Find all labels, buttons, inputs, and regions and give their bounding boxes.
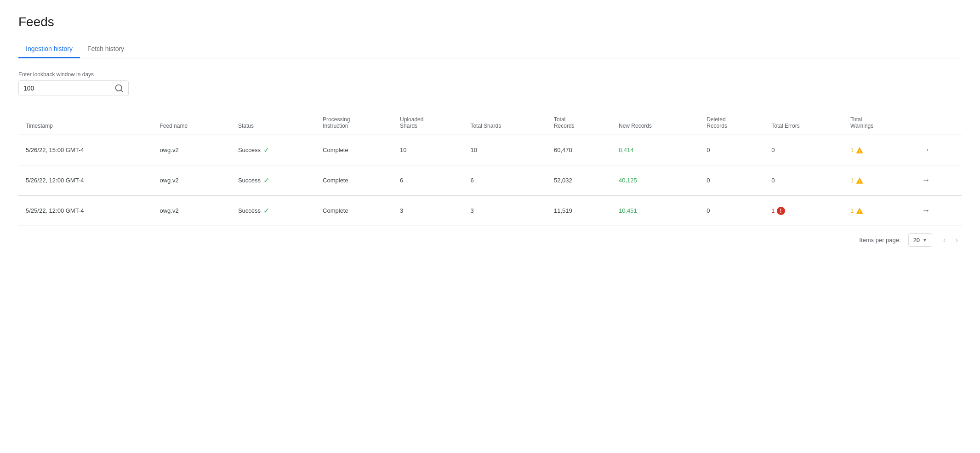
warning-triangle-icon: !: [855, 176, 864, 185]
cell-total-records: 52,032: [547, 165, 611, 196]
cell-total-errors: 0: [764, 165, 843, 196]
items-per-page-label: Items per page:: [859, 237, 900, 243]
search-box: [18, 80, 129, 96]
lookback-section: Enter lookback window in days: [18, 71, 962, 96]
tab-bar: Ingestion history Fetch history: [18, 40, 962, 58]
pagination-nav: ‹ ›: [940, 233, 962, 247]
status-label: Success: [238, 177, 261, 184]
cell-total-errors: 0: [764, 135, 843, 165]
cell-processing-instruction: Complete: [315, 165, 393, 196]
check-icon: ✓: [263, 206, 269, 215]
items-per-page-select[interactable]: 20 ▼: [908, 233, 932, 247]
table-row: 5/26/22, 15:00 GMT-4owg.v2Success✓Comple…: [18, 135, 962, 165]
cell-new-records: 8,414: [611, 135, 699, 165]
tab-ingestion-history[interactable]: Ingestion history: [18, 40, 80, 58]
svg-text:!: !: [859, 210, 860, 214]
cell-action[interactable]: →: [912, 165, 962, 196]
cell-processing-instruction: Complete: [315, 196, 393, 226]
page-title: Feeds: [18, 15, 962, 29]
prev-page-button[interactable]: ‹: [940, 233, 950, 247]
lookback-label: Enter lookback window in days: [18, 71, 962, 78]
table-row: 5/25/22, 12:00 GMT-4owg.v2Success✓Comple…: [18, 196, 962, 226]
new-records-value: 8,414: [619, 147, 634, 153]
col-header-total-records: Total Records: [547, 111, 611, 135]
cell-deleted-records: 0: [699, 196, 764, 226]
cell-deleted-records: 0: [699, 165, 764, 196]
cell-total-shards: 6: [463, 165, 547, 196]
cell-uploaded-shards: 3: [393, 196, 463, 226]
warning-count: 1: [850, 177, 854, 184]
svg-text:!: !: [859, 149, 860, 153]
svg-text:!: !: [859, 180, 860, 184]
col-header-total-errors: Total Errors: [764, 111, 843, 135]
cell-processing-instruction: Complete: [315, 135, 393, 165]
svg-line-1: [121, 90, 123, 92]
col-header-total-warnings: Total Warnings: [843, 111, 912, 135]
cell-status: Success✓: [231, 165, 315, 196]
col-header-feed-name: Feed name: [152, 111, 230, 135]
cell-timestamp: 5/25/22, 12:00 GMT-4: [18, 196, 152, 226]
cell-timestamp: 5/26/22, 15:00 GMT-4: [18, 135, 152, 165]
next-page-button[interactable]: ›: [952, 233, 962, 247]
cell-timestamp: 5/26/22, 12:00 GMT-4: [18, 165, 152, 196]
cell-action[interactable]: →: [912, 196, 962, 226]
row-detail-button[interactable]: →: [920, 204, 932, 217]
col-header-action: [912, 111, 962, 135]
col-header-status: Status: [231, 111, 315, 135]
cell-deleted-records: 0: [699, 135, 764, 165]
cell-total-shards: 10: [463, 135, 547, 165]
new-records-value: 10,451: [619, 207, 637, 214]
cell-status: Success✓: [231, 196, 315, 226]
warning-triangle-icon: !: [855, 146, 864, 154]
col-header-new-records: New Records: [611, 111, 699, 135]
chevron-down-icon: ▼: [923, 238, 927, 243]
table-header-row: Timestamp Feed name Status Processing In…: [18, 111, 962, 135]
search-button[interactable]: [114, 84, 124, 93]
cell-total-warnings: 1!: [843, 135, 912, 165]
cell-total-warnings: 1!: [843, 196, 912, 226]
error-icon: !: [777, 207, 785, 215]
col-header-total-shards: Total Shards: [463, 111, 547, 135]
cell-new-records: 40,125: [611, 165, 699, 196]
cell-total-warnings: 1!: [843, 165, 912, 196]
warning-count: 1: [850, 207, 854, 214]
table-row: 5/26/22, 12:00 GMT-4owg.v2Success✓Comple…: [18, 165, 962, 196]
col-header-deleted-records: Deleted Records: [699, 111, 764, 135]
cell-uploaded-shards: 6: [393, 165, 463, 196]
warning-triangle-icon: !: [855, 207, 864, 215]
cell-total-records: 60,478: [547, 135, 611, 165]
col-header-uploaded-shards: Uploaded Shards: [393, 111, 463, 135]
row-detail-button[interactable]: →: [920, 143, 932, 157]
warning-count: 1: [850, 147, 854, 153]
status-label: Success: [238, 147, 261, 153]
pagination-row: Items per page: 20 ▼ ‹ ›: [18, 226, 962, 250]
items-per-page-value: 20: [913, 237, 920, 243]
cell-total-errors: 1!: [764, 196, 843, 226]
search-icon: [114, 84, 124, 93]
cell-feed-name: owg.v2: [152, 196, 230, 226]
check-icon: ✓: [263, 176, 269, 185]
new-records-value: 40,125: [619, 177, 637, 184]
cell-feed-name: owg.v2: [152, 135, 230, 165]
row-detail-button[interactable]: →: [920, 174, 932, 187]
cell-status: Success✓: [231, 135, 315, 165]
col-header-timestamp: Timestamp: [18, 111, 152, 135]
cell-total-records: 11,519: [547, 196, 611, 226]
cell-feed-name: owg.v2: [152, 165, 230, 196]
cell-uploaded-shards: 10: [393, 135, 463, 165]
cell-new-records: 10,451: [611, 196, 699, 226]
tab-fetch-history[interactable]: Fetch history: [80, 40, 131, 58]
error-count: 1: [771, 207, 775, 214]
col-header-processing-instruction: Processing Instruction: [315, 111, 393, 135]
check-icon: ✓: [263, 146, 269, 154]
cell-total-shards: 3: [463, 196, 547, 226]
main-page: Feeds Ingestion history Fetch history En…: [0, 0, 980, 265]
lookback-input[interactable]: [23, 85, 114, 92]
cell-action[interactable]: →: [912, 135, 962, 165]
status-label: Success: [238, 207, 261, 214]
data-table: Timestamp Feed name Status Processing In…: [18, 111, 962, 226]
